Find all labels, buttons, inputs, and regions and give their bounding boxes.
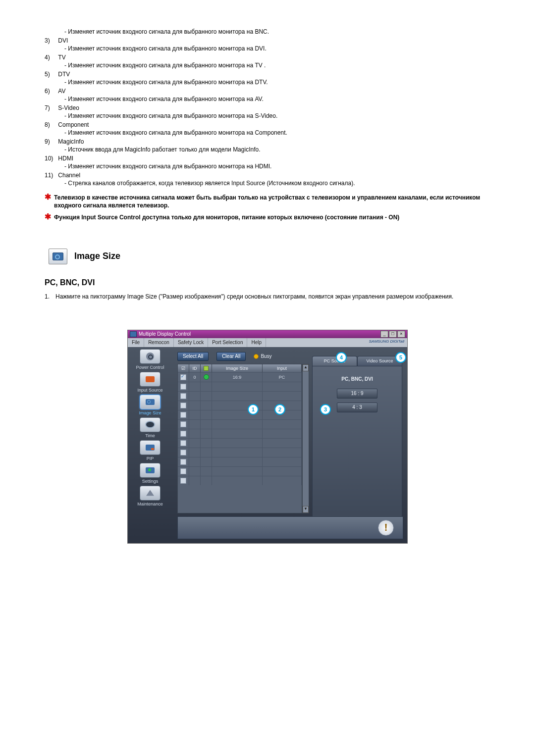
scroll-up-icon[interactable]: ▲ — [303, 364, 309, 371]
col-input: Input — [263, 364, 302, 372]
menu-file[interactable]: File — [128, 338, 144, 347]
row-checkbox[interactable] — [180, 468, 186, 474]
row-checkbox[interactable] — [180, 421, 186, 427]
list-row[interactable] — [178, 382, 302, 391]
row-checkbox[interactable] — [180, 450, 186, 455]
source-label: TV — [58, 54, 65, 61]
callout-3: 3 — [320, 404, 331, 415]
time-icon — [140, 417, 160, 432]
sidebar-label: Image Size — [128, 410, 172, 415]
close-button[interactable]: × — [397, 331, 405, 338]
note-row: ✱ Функция Input Source Control доступна … — [45, 213, 490, 221]
callout-5: 5 — [395, 352, 406, 363]
input-source-list: - Изменяет источник входного сигнала для… — [45, 28, 490, 187]
row-checkbox[interactable] — [180, 431, 186, 437]
list-row[interactable] — [178, 419, 302, 429]
source-item: 8) Component - Изменяет источник входног… — [45, 121, 490, 136]
source-desc: - Изменяет источник входного сигнала для… — [64, 96, 490, 102]
source-label: Channel — [58, 172, 80, 179]
source-item: - Изменяет источник входного сигнала для… — [45, 28, 490, 35]
section-header: Image Size — [49, 249, 490, 264]
sidebar-item-pip[interactable]: PIP — [128, 440, 172, 461]
input-source-icon — [140, 372, 160, 387]
row-checkbox[interactable] — [180, 393, 186, 399]
source-num: 9) — [45, 138, 56, 145]
mdc-window: Multiple Display Control _ □ × File Remo… — [127, 330, 408, 544]
source-label: S-Video — [58, 104, 79, 111]
source-item: 5) DTV - Изменяет источник входного сигн… — [45, 71, 490, 86]
source-desc: - Стрелка каналов отображается, когда те… — [64, 180, 490, 187]
menu-safety-lock[interactable]: Safety Lock — [174, 338, 208, 347]
list-row[interactable] — [178, 466, 302, 476]
sidebar-label: Time — [128, 433, 172, 438]
source-num: 4) — [45, 54, 56, 61]
brand-label: SAMSUNG DIGITall — [369, 339, 404, 344]
sidebar-item-image-size[interactable]: Image Size — [128, 395, 172, 415]
list-row[interactable] — [178, 391, 302, 401]
source-item: 4) TV - Изменяет источник входного сигна… — [45, 54, 490, 69]
source-item: 7) S-Video - Изменяет источник входного … — [45, 104, 490, 119]
star-icon: ✱ — [45, 213, 51, 220]
row-checkbox[interactable] — [180, 374, 186, 380]
maximize-button[interactable]: □ — [389, 331, 397, 338]
row-checkbox[interactable] — [180, 440, 186, 446]
list-row[interactable] — [178, 448, 302, 457]
source-item: 3) DVI - Изменяет источник входного сигн… — [45, 37, 490, 52]
minimize-button[interactable]: _ — [380, 331, 388, 338]
source-desc: - Изменяет источник входного сигнала для… — [64, 112, 490, 119]
panel-header: PC, BNC, DVI — [313, 376, 402, 382]
maintenance-icon — [140, 486, 160, 501]
source-desc: - Источник ввода для MagicInfo работает … — [64, 146, 490, 153]
row-checkbox[interactable] — [180, 459, 186, 465]
source-item: 6) AV - Изменяет источник входного сигна… — [45, 88, 490, 102]
sidebar-item-settings[interactable]: Settings — [128, 463, 172, 484]
col-image-size: Image Size — [212, 364, 263, 372]
tab-pc-source[interactable]: PC Source — [312, 356, 357, 366]
note-text: Функция Input Source Control доступна то… — [54, 213, 490, 221]
source-label: Component — [58, 121, 89, 128]
para-number: 1. — [45, 293, 55, 300]
source-desc: - Изменяет источник входного сигнала для… — [64, 79, 490, 86]
right-panel: PC Source Video Source PC, BNC, DVI 16 :… — [312, 356, 402, 523]
monitor-list: ☑ ID Image Size Input 0 16:9 PC — [177, 364, 302, 513]
scroll-down-icon[interactable]: ▼ — [303, 506, 309, 513]
section-title: Image Size — [74, 251, 120, 261]
row-checkbox[interactable] — [180, 412, 186, 418]
list-row[interactable]: 0 16:9 PC — [178, 372, 302, 382]
option-4-3[interactable]: 4 : 3 — [337, 403, 377, 412]
warning-icon: ! — [378, 520, 394, 536]
list-row[interactable] — [178, 457, 302, 466]
list-row[interactable] — [178, 476, 302, 485]
sidebar-label: Power Control — [128, 365, 172, 370]
source-num: 7) — [45, 104, 56, 111]
row-checkbox[interactable] — [180, 384, 186, 390]
menu-port-selection[interactable]: Port Selection — [208, 338, 247, 347]
source-num: 8) — [45, 121, 56, 128]
clear-all-button[interactable]: Clear All — [216, 352, 246, 361]
sidebar-item-input-source[interactable]: Input Source — [128, 372, 172, 393]
row-checkbox[interactable] — [180, 403, 186, 408]
sidebar-item-time[interactable]: Time — [128, 417, 172, 438]
menu-help[interactable]: Help — [247, 338, 266, 347]
app-icon — [130, 331, 137, 337]
status-bar: ! — [177, 516, 403, 539]
list-row[interactable] — [178, 438, 302, 448]
option-16-9[interactable]: 16 : 9 — [337, 389, 377, 399]
sidebar-label: PIP — [128, 456, 172, 461]
source-label: DVI — [58, 37, 68, 44]
select-all-button[interactable]: Select All — [177, 352, 209, 361]
callout-2: 2 — [274, 404, 285, 415]
sidebar-item-maintenance[interactable]: Maintenance — [128, 486, 172, 506]
row-image-size: 16:9 — [212, 373, 263, 382]
scrollbar[interactable]: ▲ ▼ — [302, 364, 309, 513]
image-size-icon — [140, 395, 160, 409]
row-checkbox[interactable] — [180, 478, 186, 484]
sidebar-item-power-control[interactable]: Power Control — [128, 349, 172, 370]
star-icon: ✱ — [45, 194, 51, 201]
list-row[interactable] — [178, 429, 302, 438]
source-label: AV — [58, 88, 65, 95]
col-check[interactable]: ☑ — [178, 364, 189, 372]
source-desc: - Изменяет источник входного сигнала для… — [64, 62, 490, 69]
menu-remocon[interactable]: Remocon — [144, 338, 174, 347]
busy-dot-icon — [254, 354, 259, 359]
